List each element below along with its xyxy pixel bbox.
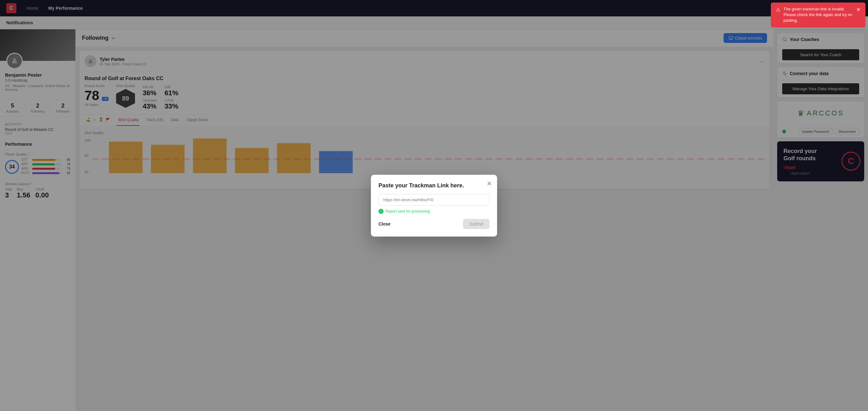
error-close-button[interactable]: ✕ — [856, 6, 861, 13]
trackman-modal: Paste your Trackman Link here. ✕ ✓ Repor… — [371, 175, 497, 236]
success-check-icon: ✓ — [378, 209, 383, 214]
modal-close-text-button[interactable]: Close — [378, 221, 391, 226]
success-row: ✓ Report sent for processing — [378, 209, 490, 214]
error-message: The given trackman link is invalid. Plea… — [783, 6, 853, 24]
modal-overlay[interactable]: Paste your Trackman Link here. ✕ ✓ Repor… — [0, 0, 868, 411]
modal-footer: Close Submit — [378, 219, 490, 229]
modal-submit-button[interactable]: Submit — [463, 219, 490, 229]
error-toast: ⚠ The given trackman link is invalid. Pl… — [771, 2, 866, 27]
modal-title: Paste your Trackman Link here. — [378, 182, 490, 189]
success-message: Report sent for processing — [385, 209, 430, 214]
trackman-link-input[interactable] — [378, 194, 490, 205]
error-icon: ⚠ — [776, 6, 780, 13]
modal-close-button[interactable]: ✕ — [487, 180, 492, 187]
